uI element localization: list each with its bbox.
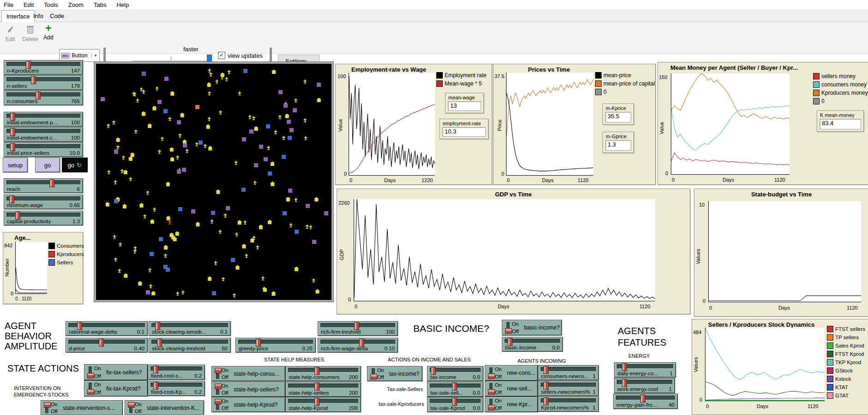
agent-person — [304, 136, 307, 140]
state-budget-plot-area — [708, 201, 861, 302]
agent-person — [248, 115, 252, 119]
agent-person — [309, 225, 312, 229]
mean-money-plot-lines — [671, 73, 790, 174]
view-updates-checkbox[interactable]: ✓ — [218, 52, 225, 59]
tab-code[interactable]: Code — [45, 11, 69, 21]
slider-capital-productivity[interactable]: capital-productivity1.3 — [4, 211, 83, 226]
slider-rich-firm-treshold[interactable]: rich-firm-treshold100 — [318, 321, 398, 336]
agent-person — [118, 269, 121, 273]
world-view[interactable] — [94, 62, 333, 302]
agent-house — [241, 244, 247, 249]
slider-greedy-price[interactable]: greedy-price0.25 — [235, 338, 316, 353]
slider-state-help-sellers[interactable]: state-help-sellers200 — [285, 382, 361, 397]
switch-new-consumers[interactable]: OnOff new-cons... — [485, 365, 538, 381]
slider-initial-endowment-c[interactable]: initial-endowment-c...100 — [4, 127, 83, 142]
agent-house — [284, 114, 289, 118]
slider-n-kproducers[interactable]: n-Kproducers147 — [4, 60, 83, 75]
slider-fixed-cost-s[interactable]: fixed-cost-s...0.2 — [148, 365, 205, 380]
menu-edit[interactable]: Edit — [24, 1, 34, 8]
slider-stock-clearing-treshold[interactable]: stock-clearing-treshold50 — [149, 338, 231, 353]
slider-rich-firm-wage-delta[interactable]: rich-firm-wage-delta0.10 — [318, 338, 398, 353]
agent-person — [306, 225, 309, 229]
slider-fixed-cost-kp[interactable]: fixed-cost-Kp...0.2 — [148, 381, 205, 396]
agent-person — [274, 130, 277, 134]
agent-person — [107, 124, 110, 128]
go-button[interactable]: go — [35, 158, 60, 172]
slider-minimum-wage[interactable]: minimum-wage0.65 — [4, 195, 83, 209]
tax-sale-kproducers-label: tax-sale-Kproducers — [379, 401, 424, 407]
legend-swatch — [436, 72, 443, 79]
slider-rationnal-wage-delta[interactable]: rationnal-wage-delta0.1 — [66, 321, 148, 336]
slider-stock-clearing-sensib[interactable]: stock-clearing-sensib...0.1 — [149, 321, 231, 336]
speed-slider-track[interactable] — [133, 61, 211, 61]
edit-button[interactable]: Edit — [6, 26, 15, 43]
add-button[interactable]: + Add — [43, 24, 53, 41]
agent-person — [156, 86, 159, 91]
menu-zoom[interactable]: Zoom — [68, 1, 84, 8]
tab-bar: Interface Info Code — [0, 9, 868, 22]
switch-basic-income[interactable]: OnOff basic-income? — [502, 320, 562, 336]
agents-features-label: AGENTS FEATURES — [618, 325, 666, 348]
view-updates-label: view updates — [228, 52, 263, 59]
agent-person — [208, 117, 211, 121]
slider-state-help-consumers[interactable]: state-help-consumers200 — [285, 366, 361, 381]
agent-person — [129, 177, 132, 181]
stock-dynamics-plot-lines — [705, 328, 825, 401]
switch-fix-tax-sellers[interactable]: OnOff fix-tax-sellers? — [84, 364, 148, 380]
agent-person — [181, 290, 185, 294]
slider-tax-income[interactable]: tax-income0.0 — [427, 366, 483, 381]
slider-initial-endowment-p[interactable]: initial-endowment-p...100 — [4, 112, 83, 127]
agent-house — [270, 182, 275, 186]
agent-person — [122, 156, 125, 160]
slider-reach[interactable]: reach6 — [4, 178, 83, 193]
slider-d-price[interactable]: d-price0.40 — [66, 338, 148, 353]
slider-state-help-kprod[interactable]: state-help-Kprod200 — [285, 397, 361, 412]
netlogo-window: File Edit Tools Zoom Tabs Help Interface… — [0, 0, 868, 415]
slider-basic-income[interactable]: basic-income0.0 — [502, 337, 563, 352]
switch-new-sellers[interactable]: OnOff new-sell... — [485, 381, 538, 397]
switch-state-help-kprod[interactable]: OnOff state-help-Kprod? — [211, 397, 285, 412]
legend-swatch — [813, 73, 820, 79]
delete-button[interactable]: Delete — [22, 26, 38, 43]
agent-house — [123, 273, 128, 278]
slider-sellers-newcomers[interactable]: sellers-newcomers%1 — [538, 381, 599, 396]
slider-n-sellers[interactable]: n-sellers179 — [4, 75, 83, 90]
switch-state-help-sellers[interactable]: OnOff state-help-sellers? — [211, 382, 285, 397]
switch-tax-income[interactable]: OnOff tax-income? — [367, 366, 422, 381]
setup-button[interactable]: setup — [3, 158, 28, 172]
prices-plot-area — [506, 73, 593, 176]
intervention-label: INTERVENTION ON EMERGENCY-STOCKS — [14, 385, 69, 398]
agent-house — [206, 82, 211, 87]
agent-person — [233, 293, 236, 298]
switch-fix-tax-kprod[interactable]: OnOff fix-tax-Kprod? — [84, 380, 148, 397]
switch-new-kproducers[interactable]: OnOff new-Kpr... — [485, 397, 538, 412]
menu-file[interactable]: File — [4, 1, 13, 8]
slider-tax-sale-kprod[interactable]: tax-sale-Kprod0.0 — [427, 397, 483, 412]
abc-icon: abc — [61, 53, 70, 59]
go-forever-button[interactable]: go ↻ — [62, 158, 88, 172]
legend-swatch — [48, 259, 55, 266]
agent-square — [264, 157, 268, 161]
switch-state-help-consumers[interactable]: OnOff state-help-consu... — [211, 366, 285, 381]
agent-house — [138, 281, 143, 286]
menu-tabs[interactable]: Tabs — [94, 1, 106, 8]
menu-help[interactable]: Help — [116, 1, 129, 8]
loop-icon: ↻ — [77, 161, 82, 169]
slider-initial-price-sellers[interactable]: initial-price-sellers10.0 — [4, 142, 83, 157]
slider-kprod-newcomers[interactable]: Kprod-newcomers%1 — [538, 397, 599, 412]
mean-money-legend: sellers moneyconsumers moneyKproducers m… — [813, 73, 868, 106]
slider-consumers-newcomers[interactable]: consumers-newco...1 — [538, 365, 599, 380]
agent-square — [150, 252, 154, 256]
slider-energy-gain[interactable]: energy-gain-fro...40 — [613, 394, 678, 409]
switch-state-intervention-k[interactable]: OnOff state-intervention-K... — [125, 400, 204, 415]
slider-tax-sale-sellers[interactable]: tax-sale-sell...0.0 — [427, 382, 483, 397]
switch-state-intervention-s[interactable]: OnOff state-intervention-s... — [41, 400, 123, 415]
agent-person — [294, 198, 297, 202]
slider-n-consumers[interactable]: n-consumers765 — [4, 91, 83, 105]
agent-square — [242, 137, 246, 141]
menu-tools[interactable]: Tools — [44, 1, 58, 8]
legend-item: consumers money — [813, 81, 868, 88]
slider-work-energy-cost[interactable]: work-energy-cost1 — [614, 378, 675, 393]
agent-person — [136, 98, 139, 103]
slider-daily-energy[interactable]: daily-energy-co...1 — [614, 362, 676, 378]
